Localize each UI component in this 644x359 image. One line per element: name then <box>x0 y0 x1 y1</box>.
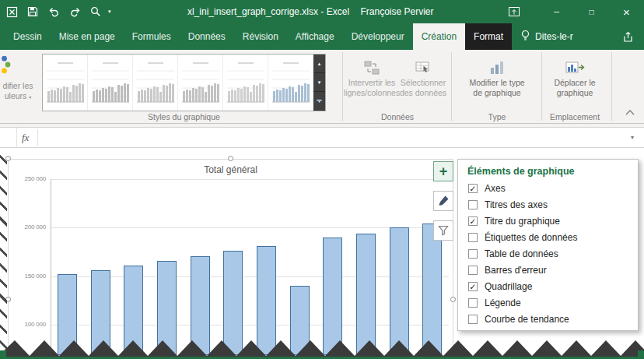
value-axis-label: 200 000 <box>13 223 46 232</box>
change-colors-label-line2: uleurs ▾ <box>0 91 36 103</box>
bar-series-1-point-9[interactable] <box>323 238 342 355</box>
move-chart-button[interactable]: Déplacer le graphique <box>544 53 605 111</box>
formula-input[interactable] <box>42 128 621 147</box>
chart-style-thumb-3[interactable] <box>133 55 178 111</box>
color-wheel-icon <box>0 53 12 76</box>
ribbon-tab-bar: DessinMise en pageFormulesDonnéesRévisio… <box>0 23 644 50</box>
change-colors-button-partial[interactable]: difier les uleurs ▾ <box>0 51 37 118</box>
tab-affichage[interactable]: Affichage <box>287 23 343 50</box>
chart-style-thumb-5[interactable] <box>223 55 268 111</box>
bar-series-1-point-10[interactable] <box>356 234 376 355</box>
minimize-button[interactable]: – <box>539 0 574 23</box>
chart-element-item-axes[interactable]: ✓Axes <box>458 180 638 196</box>
qat-customize-button[interactable]: ▾ <box>108 9 111 15</box>
tab-mise-en-page[interactable]: Mise en page <box>51 23 124 50</box>
chart-element-item-titres-des-axes[interactable]: Titres des axes <box>458 196 638 213</box>
title-bar: ▾ xl_ini_insert_graph_corrige.xlsx - Exc… <box>0 0 644 23</box>
undo-icon[interactable] <box>47 5 61 19</box>
tell-me-tab[interactable]: Dites-le-r <box>512 23 582 50</box>
chart-styles-gallery-track <box>43 55 313 111</box>
chart-title[interactable]: Total général <box>9 164 453 175</box>
chart-element-item-etiquettes-de-donnees[interactable]: Étiquettes de données <box>458 229 638 245</box>
select-data-button[interactable]: Sélectionner des données <box>398 53 448 111</box>
user-name: Françoise Pervier <box>348 0 446 23</box>
checkbox-label: Axes <box>485 183 506 194</box>
chart-styles-gallery: ▴ ▾ ▾ <box>42 54 326 111</box>
chart-elements-list: ✓AxesTitres des axes✓Titre du graphiqueÉ… <box>458 180 638 327</box>
checkbox-label: Courbe de tendance <box>485 314 569 325</box>
value-axis-line <box>51 179 51 355</box>
move-chart-icon <box>565 58 585 78</box>
excel-window: ▾ xl_ini_insert_graph_corrige.xlsx - Exc… <box>0 0 644 359</box>
chart-elements-button[interactable]: + <box>433 161 453 181</box>
checkbox-table-de-donnees[interactable] <box>468 249 478 259</box>
chart-elements-panel-title: Éléments de graphique <box>467 166 638 177</box>
chart-element-item-legende[interactable]: Légende <box>458 294 638 311</box>
chart-filters-button[interactable] <box>433 220 453 241</box>
redo-icon[interactable] <box>68 5 82 19</box>
checkbox-titre-du-graphique[interactable]: ✓ <box>468 216 478 226</box>
value-axis-label: 150 000 <box>13 272 46 281</box>
bar-series-1-point-11[interactable] <box>390 227 409 355</box>
checkbox-label: Étiquettes de données <box>485 232 577 243</box>
tab-dessin[interactable]: Dessin <box>5 23 51 50</box>
change-chart-type-icon <box>488 58 506 78</box>
maximize-button[interactable]: □ <box>574 0 609 23</box>
checkbox-etiquettes-de-donnees[interactable] <box>468 233 478 242</box>
collapse-ribbon-button[interactable] <box>622 106 638 118</box>
chart-element-item-courbe-de-tendance[interactable]: Courbe de tendance <box>458 311 638 327</box>
print-preview-icon[interactable] <box>89 5 103 19</box>
checkbox-legende[interactable] <box>468 298 478 308</box>
checkbox-quadrillage[interactable]: ✓ <box>468 282 478 291</box>
save-icon[interactable] <box>26 5 40 19</box>
excel-app-icon <box>5 5 19 19</box>
checkbox-barres-d-erreur[interactable] <box>468 266 478 275</box>
tab-creation[interactable]: Création <box>413 23 465 50</box>
tab-format[interactable]: Format <box>465 23 512 50</box>
gallery-scroll-down-button[interactable]: ▾ <box>313 73 325 92</box>
change-chart-type-button[interactable]: Modifier le type de graphique <box>456 53 538 111</box>
group-label-location: Emplacement <box>543 112 607 122</box>
gallery-scroll-up-button[interactable]: ▴ <box>313 55 325 73</box>
formula-bar-expand-button[interactable]: ▾ <box>625 128 639 147</box>
chart-element-item-table-de-donnees[interactable]: Table de données <box>458 245 638 262</box>
chart-element-item-titre-du-graphique[interactable]: ✓Titre du graphique <box>458 213 638 229</box>
tab-donnees[interactable]: Données <box>180 23 234 50</box>
gridline <box>51 179 449 180</box>
value-axis-label: 100 000 <box>13 320 46 329</box>
ribbon: difier les uleurs ▾ ▴ ▾ ▾ Styles du grap… <box>0 50 644 124</box>
switch-row-column-button[interactable]: Intervertir les lignes/colonnes <box>347 53 397 111</box>
checkbox-courbe-de-tendance[interactable] <box>468 315 478 324</box>
ribbon-display-options-button[interactable] <box>504 0 524 23</box>
chart-element-item-barres-d-erreur[interactable]: Barres d'erreur <box>458 262 638 278</box>
checkbox-axes[interactable]: ✓ <box>468 184 478 193</box>
ribbon-tab-list: DessinMise en pageFormulesDonnéesRévisio… <box>5 23 512 50</box>
chart-style-thumb-4[interactable] <box>178 55 223 111</box>
torn-edge-left <box>0 154 7 355</box>
paintbrush-icon <box>437 195 450 207</box>
formula-bar: fx ▾ <box>0 127 644 148</box>
lightbulb-icon <box>520 30 530 44</box>
chart-style-thumb-2[interactable] <box>88 55 133 111</box>
share-icon[interactable] <box>618 23 638 50</box>
checkbox-label: Titres des axes <box>485 199 548 210</box>
selection-handle-mid-right[interactable] <box>450 297 456 302</box>
bar-series-1-point-12[interactable] <box>422 223 442 355</box>
selection-handle-top-center[interactable] <box>228 156 233 161</box>
insert-function-button[interactable]: fx <box>22 128 29 147</box>
name-box-stub[interactable] <box>0 128 17 147</box>
checkbox-titres-des-axes[interactable] <box>468 200 478 209</box>
chart-element-item-quadrillage[interactable]: ✓Quadrillage <box>458 278 638 294</box>
torn-edge-bottom <box>0 339 644 359</box>
tab-revision[interactable]: Révision <box>234 23 287 50</box>
chart-object[interactable]: Total général 250 000200 000150 000100 0… <box>8 159 453 359</box>
close-button[interactable]: × <box>609 0 644 23</box>
chart-style-thumb-1[interactable] <box>43 55 88 111</box>
group-label-type: Type <box>456 112 538 122</box>
tab-developpeur[interactable]: Développeur <box>343 23 413 50</box>
gallery-more-button[interactable]: ▾ <box>313 92 325 111</box>
chart-style-thumb-6[interactable] <box>268 55 313 111</box>
chart-styles-button[interactable] <box>433 191 453 211</box>
checkbox-label: Barres d'erreur <box>485 265 547 276</box>
tab-formules[interactable]: Formules <box>124 23 180 50</box>
